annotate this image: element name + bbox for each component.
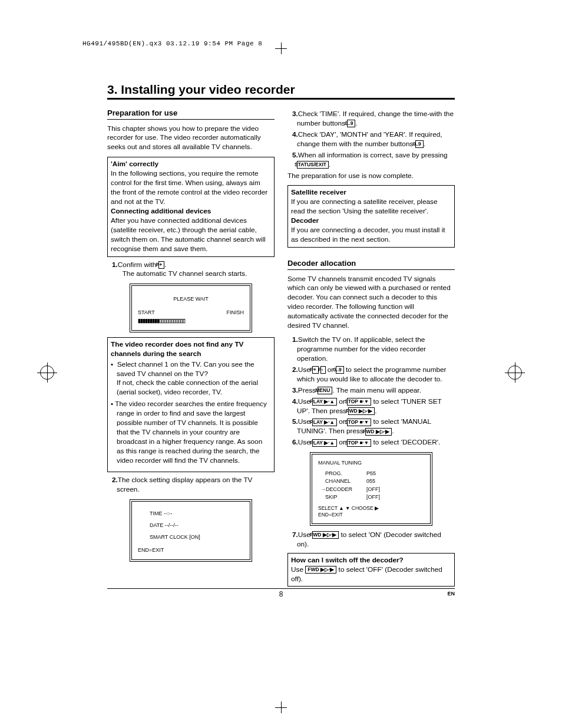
dstep-4-d: . [375, 407, 376, 415]
connecting-heading: Connecting additional devices [111, 207, 211, 215]
dstep-2: 2.Use P+ P- or 0..9 to select the progra… [292, 365, 455, 384]
dstep-5-d: . [392, 427, 394, 435]
stop-key-icon: STOP ■·▼ [347, 419, 371, 426]
dstep-6-c: to select 'DECODER'. [371, 438, 440, 446]
step-2-text: The clock setting display appears on the… [117, 476, 252, 493]
decoder-off-heading: How can I switch off the decoder? [291, 556, 404, 564]
num-key-icon: 0..9 [415, 140, 424, 148]
right-column: 3.Check 'TIME'. If required, change the … [287, 108, 455, 590]
registration-mark-right [508, 365, 522, 380]
clock-screen: TIME --:-- DATE --/--/-- SMART CLOCK [ON… [130, 499, 252, 562]
section-decoder-allocation: Decoder allocation [287, 258, 455, 270]
step-1-text-b: . [164, 261, 166, 269]
step-4: 4.Check 'DAY', 'MONTH' and 'YEAR'. If re… [292, 130, 455, 149]
bullet-2: The video recorder searches the entire f… [111, 400, 271, 465]
tuning-channel-value: 055 [366, 477, 375, 485]
bullet-1b: If not, check the cable connection of th… [117, 378, 258, 396]
decoder-off-box: How can I switch off the decoder? Use FW… [287, 553, 455, 587]
progress-bar-icon: ▮▮▮▮▮▮▮▮▮▯▯▯▯▯▯▯▯▯▯▯ [138, 317, 244, 324]
pminus-key-icon: P- [320, 366, 326, 374]
manual-tuning-screen: MANUAL TUNING PROG.P55 CHANNEL055 →DECOD… [310, 452, 432, 526]
play-key-icon: PLAY ▶·▲ [312, 439, 337, 447]
tuning-skip-label: SKIP [318, 493, 366, 500]
menu-key-icon: MENU [318, 387, 332, 394]
play-key-icon: PLAY ▶·▲ [312, 398, 337, 406]
fwd-key-icon: FWD ▶▷·▶ [305, 566, 336, 574]
fwd-key-icon: FWD ▶▷·▶ [348, 407, 375, 415]
screen-finish-label: FINISH [226, 309, 244, 316]
tuning-prog-value: P55 [366, 470, 376, 477]
num-key-icon: 0..9 [347, 120, 355, 127]
step-3-b: . [355, 119, 357, 127]
tuning-end-hint: END=EXIT [318, 512, 424, 518]
step-1: 1.Confirm with P+. The automatic TV chan… [112, 261, 275, 279]
dstep-5: 5.Use PLAY ▶·▲ or STOP ■·▼ to select 'MA… [292, 417, 455, 436]
tuning-title: MANUAL TUNING [318, 459, 424, 466]
tuning-skip-value: [OFF] [366, 493, 380, 500]
step-1-sub: The automatic TV channel search starts. [123, 269, 247, 278]
connecting-text: After you have connected additional devi… [111, 216, 266, 253]
step-3: 3.Check 'TIME'. If required, change the … [292, 110, 455, 129]
step-5-b: . [329, 160, 330, 169]
step-5-a: When all information is correct, save by… [298, 151, 448, 159]
fwd-key-icon: FWD ▶▷·▶ [312, 531, 339, 539]
step-1-text-a: Confirm with [118, 261, 158, 269]
step-3-a: Check 'TIME'. If required, change the ti… [297, 110, 454, 127]
decoder-off-a: Use [291, 565, 305, 574]
language-code: EN [447, 591, 455, 597]
section-preparation: Preparation for use [107, 108, 275, 120]
decoder-heading: Decoder [291, 216, 319, 225]
dstep-4: 4.Use PLAY ▶·▲ or STOP ■·▼ to select 'TU… [292, 397, 455, 416]
dstep-1-text: Switch the TV on. If applicable, select … [297, 335, 426, 363]
bullet-1: Select channel 1 on the TV. Can you see … [111, 360, 271, 398]
tuning-channel-label: CHANNEL [318, 477, 366, 485]
satellite-heading: Satellite receiver [291, 188, 346, 196]
tuning-prog-label: PROG. [318, 470, 366, 477]
registration-mark-left [40, 365, 54, 380]
dstep-7: 7.Use FWD ▶▷·▶ to select 'ON' (Decoder s… [292, 531, 455, 549]
screen-date: DATE --/--/-- [138, 522, 244, 529]
intro-paragraph: This chapter shows you how to prepare th… [107, 124, 275, 153]
bullet-1a: Select channel 1 on the TV. Can you see … [117, 360, 254, 378]
satellite-text: If you are connecting a satellite receiv… [291, 197, 438, 215]
aim-heading: 'Aim' correctly [111, 160, 158, 168]
dstep-1: 1.Switch the TV on. If applicable, selec… [292, 335, 455, 364]
play-key-icon: PLAY ▶·▲ [312, 419, 337, 426]
chapter-title: 3. Installing your video recorder [107, 83, 455, 100]
dstep-3-b: . The main menu will appear. [332, 386, 421, 394]
manual-page: HG491/495BD(EN).qx3 03.12.19 9:54 PM Pag… [0, 0, 562, 728]
dstep-6: 6.Use PLAY ▶·▲ or STOP ■·▼ to select 'DE… [292, 438, 455, 447]
fwd-key-icon: FWD ▶▷·▶ [365, 428, 392, 436]
no-channels-heading: The video recorder does not find any TV … [111, 340, 244, 358]
left-column: Preparation for use This chapter shows y… [107, 108, 275, 590]
tuning-decoder-label: →DECODER [318, 486, 366, 493]
prep-complete: The preparation for use is now complete. [287, 172, 455, 181]
page-number: 8 [279, 590, 283, 598]
tuning-decoder-value: [OFF] [366, 486, 380, 493]
stop-key-icon: STOP ■·▼ [347, 439, 371, 447]
please-wait-screen: PLEASE WAIT STARTFINISH ▮▮▮▮▮▮▮▮▮▯▯▯▯▯▯▯… [130, 284, 252, 332]
dstep-3-a: Press [298, 386, 318, 394]
screen-end: END=EXIT [138, 546, 244, 554]
screen-wait-label: PLEASE WAIT [138, 295, 244, 302]
step-2: 2.The clock setting display appears on t… [112, 476, 275, 495]
step-4-b: . [424, 140, 425, 148]
satellite-decoder-box: Satellite receiver If you are connecting… [287, 185, 455, 248]
screen-start-label: START [138, 309, 155, 316]
screen-smart: SMART CLOCK [ON] [138, 533, 244, 541]
dstep-3: 3.Press MENU. The main menu will appear. [292, 386, 455, 396]
aim-tip-box: 'Aim' correctly In the following section… [107, 157, 275, 256]
status-key-icon: STATUS/EXIT [297, 161, 329, 169]
decoder-text: If you are connecting a decoder, you mus… [291, 226, 445, 243]
num-key-icon: 0..9 [336, 366, 344, 374]
pplus-key-icon: P+ [158, 261, 165, 269]
no-channels-box: The video recorder does not find any TV … [107, 337, 275, 472]
content-area: 3. Installing your video recorder Prepar… [107, 83, 455, 590]
tuning-select-hint: SELECT ▲ ▼ CHOOSE ▶ [318, 505, 424, 512]
print-header: HG491/495BD(EN).qx3 03.12.19 9:54 PM Pag… [82, 40, 262, 47]
decoder-intro: Some TV channels transmit encoded TV sig… [287, 275, 455, 331]
screen-time: TIME --:-- [138, 510, 244, 517]
step-5: 5.When all information is correct, save … [292, 151, 455, 170]
aim-text: In the following sections, you require t… [111, 169, 267, 206]
page-footer: 8 EN [107, 588, 455, 598]
